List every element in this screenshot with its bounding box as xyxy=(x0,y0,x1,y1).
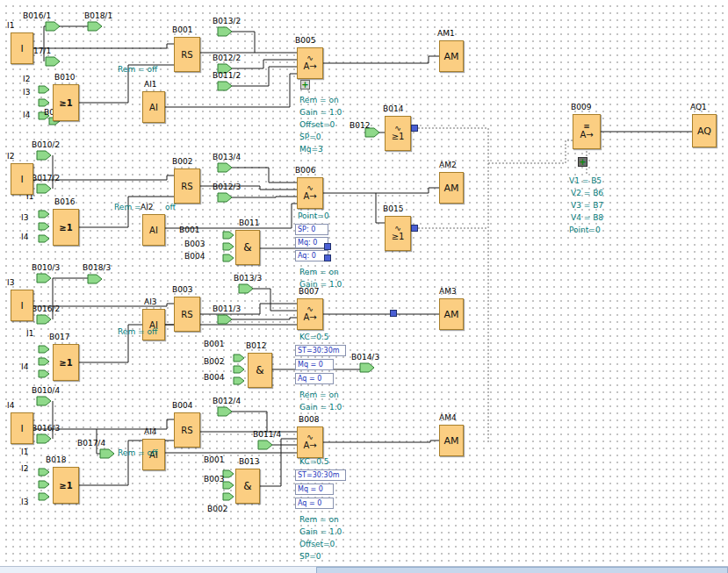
connector-label[interactable]: B013/4 xyxy=(213,153,241,161)
connector-arrow-icon[interactable] xyxy=(360,363,374,372)
block-am2[interactable]: AM xyxy=(439,172,464,204)
block-b006[interactable]: ∿A→ xyxy=(297,177,323,209)
expand-parameters-icon[interactable]: + xyxy=(578,157,587,167)
block-b011[interactable]: & xyxy=(235,230,260,265)
connector-label[interactable]: B014/3 xyxy=(351,353,379,362)
connector-label[interactable]: B011/3 xyxy=(213,304,241,313)
connector-label[interactable]: I2 xyxy=(23,75,30,83)
connector-arrow-icon[interactable] xyxy=(46,22,60,31)
block-b004[interactable]: RS xyxy=(174,412,200,448)
connector-arrow-icon[interactable] xyxy=(39,86,49,93)
connector-label[interactable]: B017/4 xyxy=(77,439,105,448)
horizontal-scrollbar[interactable] xyxy=(0,566,728,573)
wire-dotted[interactable] xyxy=(488,140,573,163)
block-i4[interactable]: I xyxy=(11,412,33,444)
connector-label[interactable]: B010/4 xyxy=(32,386,60,395)
wire[interactable] xyxy=(232,197,297,197)
connector-label[interactable]: B004 xyxy=(184,252,205,261)
param-value-box[interactable]: ST=30:30m xyxy=(295,469,346,481)
block-b001[interactable]: RS xyxy=(174,37,200,72)
connector-arrow-icon[interactable] xyxy=(37,274,51,283)
connector-arrow-icon[interactable] xyxy=(37,315,51,324)
connector-arrow-icon[interactable] xyxy=(100,449,114,458)
connector-arrow-icon[interactable] xyxy=(218,163,232,172)
param-value-box[interactable]: ST=30:30m xyxy=(295,345,346,356)
block-am4[interactable]: AM xyxy=(439,425,464,456)
connector-label[interactable]: I3 xyxy=(21,213,28,222)
connector-arrow-icon[interactable] xyxy=(37,184,51,193)
connector-label[interactable]: I3 xyxy=(21,498,28,506)
block-b007[interactable]: ∿A→ xyxy=(297,298,323,330)
connector-label[interactable]: B011/2 xyxy=(213,71,241,80)
block-b013[interactable]: & xyxy=(235,469,260,504)
block-b009[interactable]: ≡A→ xyxy=(573,114,601,149)
wire[interactable] xyxy=(323,56,439,63)
block-ai2[interactable]: AI xyxy=(142,214,165,246)
block-aq1[interactable]: AQ xyxy=(692,114,717,147)
scrollbar-thumb[interactable] xyxy=(316,567,728,573)
connector-arrow-icon[interactable] xyxy=(218,82,232,90)
connector-arrow-icon[interactable] xyxy=(223,243,234,250)
connector-arrow-icon[interactable] xyxy=(258,440,272,449)
block-ai1[interactable]: AI xyxy=(142,91,165,123)
connector-label[interactable]: B017/2 xyxy=(32,174,60,183)
param-value-box[interactable]: Aq = 0 xyxy=(295,498,334,509)
param-value-box[interactable]: SP: 0 xyxy=(295,224,328,235)
connector-arrow-icon[interactable] xyxy=(223,493,234,500)
connector-label[interactable]: B012/4 xyxy=(213,397,241,405)
connector-label[interactable]: B016/1 xyxy=(23,11,51,20)
connector-arrow-icon[interactable] xyxy=(218,315,232,324)
connector-label[interactable]: B018/3 xyxy=(83,263,111,272)
block-b015[interactable]: ∿≥1 xyxy=(385,216,411,251)
wire[interactable] xyxy=(232,168,297,183)
connector-arrow-icon[interactable] xyxy=(239,284,253,293)
connector-arrow-icon[interactable] xyxy=(88,22,102,31)
connector-label[interactable]: B003 xyxy=(204,475,224,483)
connector-label[interactable]: B012 xyxy=(350,121,370,130)
connector-label[interactable]: B001 xyxy=(204,455,224,464)
wire[interactable] xyxy=(232,32,255,53)
diagram-canvas[interactable]: B016/1B018/1B017/1B013/2B012/2B011/2B010… xyxy=(0,0,728,566)
connector-label[interactable]: B001 xyxy=(204,340,224,348)
connector-label[interactable]: I4 xyxy=(21,233,28,241)
block-i2[interactable]: I xyxy=(11,163,33,195)
connector-arrow-icon[interactable] xyxy=(39,235,49,242)
connector-label[interactable]: B016/2 xyxy=(32,304,60,313)
connector-arrow-icon[interactable] xyxy=(39,358,49,365)
connector-arrow-icon[interactable] xyxy=(223,470,234,477)
connector-label[interactable]: B004 xyxy=(204,373,224,382)
connector-label[interactable]: I4 xyxy=(23,111,30,119)
connector-label[interactable]: B010/3 xyxy=(32,263,60,272)
connector-label[interactable]: B013/3 xyxy=(234,274,262,283)
connector-arrow-icon[interactable] xyxy=(37,397,51,405)
wire[interactable] xyxy=(44,44,174,48)
wire[interactable] xyxy=(165,204,297,228)
block-i3[interactable]: I xyxy=(11,290,33,321)
block-b012[interactable]: & xyxy=(248,353,272,388)
block-b010[interactable]: ≥1 xyxy=(53,84,79,121)
connector-label[interactable]: B003 xyxy=(184,240,205,248)
connector-label[interactable]: B002 xyxy=(207,505,227,513)
block-am1[interactable]: AM xyxy=(439,40,464,72)
connector-label[interactable]: I2 xyxy=(21,464,28,473)
connector-arrow-icon[interactable] xyxy=(234,355,244,362)
connector-label[interactable]: B018/1 xyxy=(84,11,112,20)
connector-arrow-icon[interactable] xyxy=(37,434,51,443)
connector-label[interactable]: B001 xyxy=(179,226,199,234)
connector-arrow-icon[interactable] xyxy=(223,482,234,489)
connector-arrow-icon[interactable] xyxy=(39,211,49,218)
connector-label[interactable]: B016/3 xyxy=(32,424,60,433)
param-value-box[interactable]: Mq = 0 xyxy=(295,483,334,495)
wire[interactable] xyxy=(232,67,297,86)
connector-label[interactable]: B013/2 xyxy=(213,17,241,25)
connector-arrow-icon[interactable] xyxy=(39,370,49,377)
connector-label[interactable]: I1 xyxy=(21,448,28,456)
expand-parameters-icon[interactable]: + xyxy=(300,80,310,90)
block-am3[interactable]: AM xyxy=(439,298,464,330)
block-i1[interactable]: I xyxy=(11,32,33,64)
block-b003[interactable]: RS xyxy=(174,297,200,332)
connector-label[interactable]: B012/3 xyxy=(213,183,241,191)
connector-arrow-icon[interactable] xyxy=(39,469,49,476)
wire[interactable] xyxy=(323,188,439,193)
connector-label[interactable]: B010/2 xyxy=(32,140,60,149)
